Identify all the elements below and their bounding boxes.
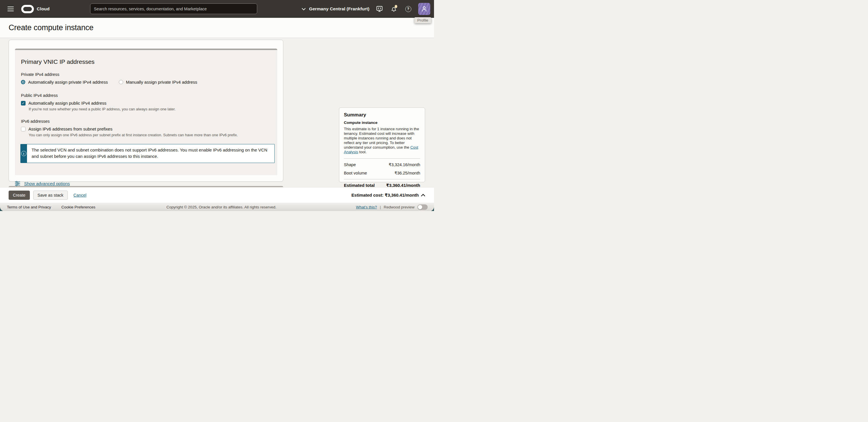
region-label: Germany Central (Frankfurt) [309, 6, 369, 11]
summary-rows: Shape ₹3,324.16/month Boot volume ₹36.25… [344, 162, 420, 175]
title-band: Create compute instance [0, 18, 434, 38]
notifications-bell-icon[interactable] [390, 5, 398, 12]
private-ipv4-options: Automatically assign private IPv4 addres… [21, 80, 271, 85]
radio-selected-icon[interactable] [21, 80, 25, 84]
hamburger-menu-icon[interactable] [7, 7, 14, 11]
oracle-cloud-console: Cloud Germany Central (Frankfurt) [0, 0, 434, 211]
terms-link[interactable]: Terms of Use and Privacy [7, 205, 51, 209]
info-banner-accent [20, 144, 27, 163]
checkbox-checked-icon[interactable] [21, 101, 26, 106]
redwood-preview-toggle[interactable] [417, 204, 428, 210]
checkbox-assign-ipv6[interactable]: Assign IPv6 addresses from subnet prefix… [21, 126, 113, 131]
search-input[interactable] [90, 3, 257, 14]
cancel-link[interactable]: Cancel [73, 193, 86, 197]
save-as-stack-button[interactable]: Save as stack [33, 191, 68, 200]
footer: Terms of Use and Privacy Cookie Preferen… [0, 203, 434, 211]
summary-total-divider [344, 179, 420, 179]
notification-dot [395, 5, 397, 8]
header-icons: ? [376, 5, 412, 12]
cookie-preferences-link[interactable]: Cookie Preferences [61, 205, 96, 209]
create-instance-form-card: Primary VNIC IP addresses Private IPv4 a… [9, 40, 283, 182]
cloud-shell-icon[interactable] [376, 5, 383, 12]
summary-heading: Summary [344, 112, 420, 118]
chevron-up-icon [421, 194, 425, 197]
info-icon [21, 151, 26, 156]
primary-vnic-section: Primary VNIC IP addresses Private IPv4 a… [15, 49, 277, 175]
ipv6-row: Assign IPv6 addresses from subnet prefix… [21, 126, 271, 131]
profile-tooltip: Profile [414, 17, 431, 23]
content-area: Primary VNIC IP addresses Private IPv4 a… [0, 38, 434, 187]
section-heading: Primary VNIC IP addresses [21, 50, 271, 65]
ipv6-info-banner: The selected VCN and subnet combination … [20, 144, 275, 163]
show-advanced-options-link[interactable]: Show advanced options [24, 181, 70, 186]
whats-this-link[interactable]: What's this? [356, 205, 377, 209]
estimated-cost-toggle[interactable]: Estimated cost: ₹3,360.41/month [351, 193, 425, 198]
info-banner-text: The selected VCN and subnet combination … [27, 144, 275, 163]
top-header: Cloud Germany Central (Frankfurt) [0, 0, 434, 18]
page-title: Create compute instance [9, 23, 94, 32]
public-ipv4-row: Automatically assign public IPv4 address [21, 101, 271, 106]
redwood-preview-label: Redwood preview [384, 205, 414, 209]
sliders-icon [15, 181, 20, 186]
public-ipv4-label: Public IPv4 address [21, 93, 271, 98]
radio-manual-private-ipv4[interactable]: Manually assign private IPv4 address [119, 80, 197, 85]
footer-links: Terms of Use and Privacy Cookie Preferen… [7, 205, 95, 209]
checkbox-unchecked-icon[interactable] [21, 127, 26, 131]
radio-auto-private-ipv4[interactable]: Automatically assign private IPv4 addres… [21, 80, 108, 85]
public-ipv4-helper: If you're not sure whether you need a pu… [29, 107, 271, 111]
footer-right: What's this? | Redwood preview [356, 204, 428, 210]
bottom-action-bar: Create Save as stack Cancel Estimated co… [0, 187, 434, 203]
summary-row-shape: Shape ₹3,324.16/month [344, 162, 420, 167]
summary-subheading: Compute instance [344, 120, 420, 125]
copyright-text: Copyright © 2025, Oracle and/or its affi… [166, 205, 276, 209]
chevron-down-icon [302, 8, 306, 10]
profile-avatar[interactable] [418, 3, 430, 15]
advanced-options-row: Show advanced options [15, 181, 277, 186]
private-ipv4-label: Private IPv4 address [21, 72, 271, 77]
ipv6-label: IPv6 addresses [21, 119, 271, 123]
help-icon[interactable]: ? [404, 5, 412, 12]
brand[interactable]: Cloud [21, 5, 50, 13]
estimated-cost-text: Estimated cost: ₹3,360.41/month [351, 193, 419, 198]
create-button[interactable]: Create [9, 191, 30, 200]
summary-row-boot-volume: Boot volume ₹36.25/month [344, 171, 420, 175]
region-selector[interactable]: Germany Central (Frankfurt) [302, 6, 369, 11]
footer-bar: Terms of Use and Privacy Cookie Preferen… [0, 203, 434, 211]
summary-description: This estimate is for 1 instance running … [344, 127, 420, 154]
ipv6-helper: You can only assign one IPv6 address per… [29, 133, 271, 137]
toggle-knob [418, 205, 422, 209]
checkbox-auto-public-ipv4[interactable]: Automatically assign public IPv4 address [21, 101, 106, 106]
brand-name: Cloud [37, 6, 50, 11]
oracle-logo-icon [21, 5, 34, 13]
summary-panel: Summary Compute instance This estimate i… [339, 108, 425, 182]
footer-separator: | [380, 205, 381, 209]
radio-unselected-icon[interactable] [119, 80, 123, 84]
header-right: Germany Central (Frankfurt) [302, 0, 430, 18]
